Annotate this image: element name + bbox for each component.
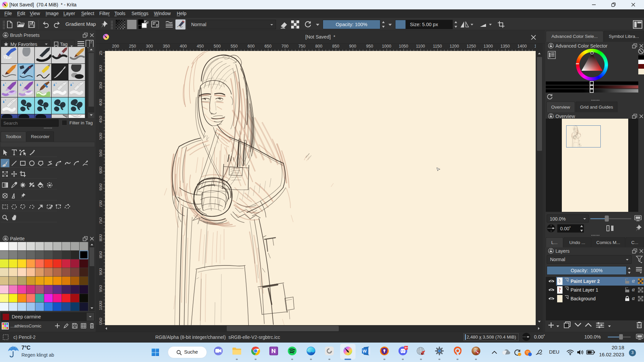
- svg-text:950: 950: [99, 285, 103, 292]
- svg-text:200: 200: [112, 44, 119, 49]
- svg-text:650: 650: [99, 184, 103, 191]
- svg-text:450: 450: [99, 116, 103, 123]
- svg-text:400: 400: [180, 44, 187, 49]
- svg-text:600: 600: [99, 167, 103, 174]
- svg-text:1350: 1350: [500, 44, 510, 49]
- svg-text:9+: 9+: [405, 346, 408, 349]
- svg-text:350: 350: [163, 44, 170, 49]
- svg-text:600: 600: [248, 44, 255, 49]
- svg-text:750: 750: [299, 44, 306, 49]
- svg-text:1450: 1450: [534, 44, 536, 49]
- svg-text:900: 900: [99, 268, 103, 275]
- svg-text:700: 700: [281, 44, 288, 49]
- svg-text:1050: 1050: [99, 318, 103, 325]
- svg-text:900: 900: [349, 44, 356, 49]
- svg-text:1100: 1100: [416, 44, 425, 49]
- svg-text:450: 450: [197, 44, 204, 49]
- svg-text:1200: 1200: [450, 44, 459, 49]
- svg-text:550: 550: [231, 44, 238, 49]
- svg-text:400: 400: [99, 99, 103, 106]
- svg-text:300: 300: [146, 44, 153, 49]
- svg-text:250: 250: [99, 51, 103, 55]
- svg-text:1150: 1150: [433, 44, 442, 49]
- svg-text:800: 800: [315, 44, 322, 49]
- svg-text:550: 550: [99, 150, 103, 157]
- svg-text:1000: 1000: [382, 44, 391, 49]
- svg-text:1000: 1000: [99, 301, 103, 310]
- svg-text:300: 300: [99, 65, 103, 72]
- svg-text:350: 350: [99, 82, 103, 89]
- svg-text:1400: 1400: [518, 44, 527, 49]
- svg-text:500: 500: [99, 133, 103, 140]
- svg-text:700: 700: [99, 200, 103, 207]
- svg-text:1300: 1300: [484, 44, 493, 49]
- svg-text:1050: 1050: [399, 44, 408, 49]
- svg-text:250: 250: [129, 44, 136, 49]
- svg-text:800: 800: [99, 234, 103, 241]
- svg-text:750: 750: [99, 218, 103, 225]
- svg-text:500: 500: [214, 44, 221, 49]
- svg-text:650: 650: [265, 44, 272, 49]
- svg-text:850: 850: [99, 251, 103, 258]
- svg-text:950: 950: [366, 44, 373, 49]
- svg-text:nero: nero: [474, 347, 478, 349]
- svg-text:1250: 1250: [467, 44, 476, 49]
- svg-text:850: 850: [332, 44, 339, 49]
